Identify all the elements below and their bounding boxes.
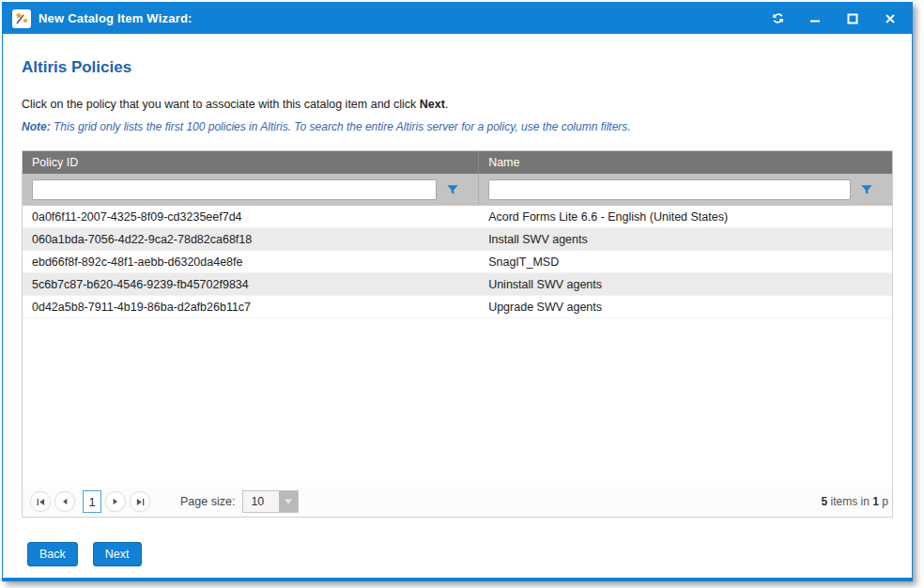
next-button[interactable]: Next [93,542,142,566]
wizard-footer: Back Next [27,542,893,566]
note-body: This grid only lists the first 100 polic… [51,120,631,133]
instruction-text: Click on the policy that you want to ass… [22,98,893,111]
policy-id-cell: ebd66f8f-892c-48f1-aebb-d6320da4e8fe [23,251,479,273]
maximize-icon[interactable] [840,8,865,29]
name-cell: SnagIT_MSD [479,251,892,273]
titlebar-controls [765,8,902,29]
instruction-suffix: . [445,98,448,111]
table-row[interactable]: 060a1bda-7056-4d22-9ca2-78d82ca68f18 Ins… [23,228,892,251]
wizard-dialog: New Catalog Item Wizard: Altiris Pol [2,2,913,581]
name-cell: Install SWV agents [479,228,892,251]
refresh-icon[interactable] [765,8,790,29]
policy-id-cell: 0d42a5b8-7911-4b19-86ba-d2afb26b11c7 [23,296,479,318]
instruction-next-word: Next [420,98,445,111]
page-size-dropdown[interactable]: 10 [242,490,299,513]
close-icon[interactable] [878,8,902,29]
policy-id-cell: 0a0f6f11-2007-4325-8f09-cd3235eef7d4 [23,206,479,228]
policy-id-filter-cell [23,174,479,206]
pager-page-count: 1 [872,495,879,508]
previous-page-button[interactable] [54,491,75,512]
instruction-prefix: Click on the policy that you want to ass… [22,98,420,111]
grid-pager: 1 Page size: 10 5 items in 1 p [23,487,892,517]
name-cell: Uninstall SWV agents [479,273,892,296]
policies-grid: Policy ID Name 0a0f6f11-2007-4325-8f09-c… [22,150,893,518]
current-page-indicator[interactable]: 1 [83,490,101,513]
page-size-label: Page size: [180,495,235,508]
page-size-group: Page size: 10 [180,490,299,513]
pager-info-middle: items in [827,495,872,508]
titlebar: New Catalog Item Wizard: [3,3,912,34]
grid-empty-area [23,318,892,487]
name-filter-cell [479,174,892,206]
grid-header-row: Policy ID Name [23,151,892,174]
back-button[interactable]: Back [27,542,78,566]
policy-id-filter-funnel-icon[interactable] [437,179,469,200]
note-label: Note: [22,120,51,133]
note-text: Note: This grid only lists the first 100… [22,120,893,133]
name-cell: Upgrade SWV agents [479,296,892,318]
column-header-policy-id[interactable]: Policy ID [23,151,479,174]
window-title: New Catalog Item Wizard: [38,11,192,25]
name-filter-input[interactable] [488,179,851,200]
policy-id-cell: 5c6b7c87-b620-4546-9239-fb45702f9834 [23,273,479,296]
wizard-app-icon [12,9,31,28]
last-page-button[interactable] [130,491,150,512]
grid-body: 0a0f6f11-2007-4325-8f09-cd3235eef7d4 Aco… [23,206,892,318]
name-cell: Acord Forms Lite 6.6 - English (United S… [479,206,892,228]
policy-id-cell: 060a1bda-7056-4d22-9ca2-78d82ca68f18 [23,228,479,251]
page-size-chevron-down-icon[interactable] [279,491,298,512]
page-size-value: 10 [243,491,279,512]
first-page-button[interactable] [30,491,51,512]
table-row[interactable]: 0d42a5b8-7911-4b19-86ba-d2afb26b11c7 Upg… [23,296,892,318]
table-row[interactable]: ebd66f8f-892c-48f1-aebb-d6320da4e8fe Sna… [23,251,892,273]
pager-info-suffix: p [879,495,888,508]
column-header-name[interactable]: Name [479,151,892,174]
pager-info-text: 5 items in 1 p [822,495,888,508]
next-page-button[interactable] [105,491,126,512]
page-title: Altiris Policies [22,58,893,77]
name-filter-funnel-icon[interactable] [851,179,883,200]
minimize-icon[interactable] [803,8,827,29]
table-row[interactable]: 5c6b7c87-b620-4546-9239-fb45702f9834 Uni… [23,273,892,296]
policy-id-filter-input[interactable] [32,179,437,200]
grid-filter-row [23,174,892,206]
table-row[interactable]: 0a0f6f11-2007-4325-8f09-cd3235eef7d4 Aco… [23,206,892,228]
